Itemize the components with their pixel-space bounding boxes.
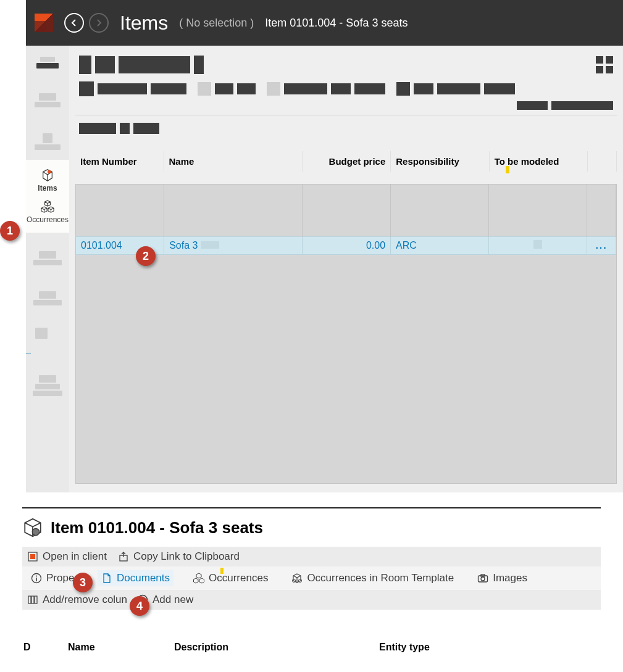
breadcrumb-noselection: ( No selection ) [179, 17, 254, 30]
callout-4: 4 [130, 596, 149, 616]
skeleton [79, 56, 91, 74]
skeleton [396, 82, 410, 96]
cube-icon [41, 168, 54, 182]
info-icon [31, 573, 42, 584]
detail-sub-actions: Add/remove colun Add new [22, 590, 601, 610]
skeleton [194, 56, 204, 74]
tab-documents[interactable]: Documents [98, 570, 174, 586]
nav-back-button[interactable] [64, 13, 84, 33]
open-in-client-button[interactable]: Open in client [27, 550, 107, 563]
detail-tabs: Proper Documents Occurrences Occurrences… [22, 566, 601, 590]
tab-label: Occurrences [209, 572, 268, 584]
sidebar-item-occurrences[interactable]: Occurrences [26, 196, 69, 228]
skeleton [151, 83, 186, 94]
svg-rect-3 [30, 554, 35, 559]
cell-actions[interactable]: ... [587, 236, 616, 254]
documents-table: D Name Description Entity type [22, 641, 438, 662]
svg-rect-14 [31, 596, 34, 604]
skeleton [39, 291, 56, 299]
cell-name[interactable]: Sofa 3 [164, 236, 303, 254]
skeleton [36, 63, 59, 68]
sidebar-item-items[interactable]: Items [26, 165, 69, 196]
tab-occurrences[interactable]: Occurrences [190, 570, 272, 586]
detail-panel: Item 0101.004 - Sofa 3 seats Open in cli… [22, 507, 601, 662]
skeleton [551, 101, 613, 110]
indicator-icon [220, 568, 224, 574]
callout-3: 3 [73, 573, 93, 592]
action-label: Open in client [43, 550, 107, 563]
cubes-icon [193, 573, 204, 584]
table-empty-area [76, 255, 616, 483]
svg-point-0 [48, 170, 51, 174]
checkbox-icon[interactable] [533, 240, 542, 249]
detail-title: Item 0101.004 - Sofa 3 seats [51, 518, 263, 537]
skeleton [237, 83, 256, 94]
skeleton [284, 83, 327, 94]
callout-2: 2 [136, 246, 156, 266]
toolbar [75, 78, 617, 100]
breadcrumb-item[interactable]: Item 0101.004 - Sofa 3 seats [265, 17, 408, 30]
col-name[interactable]: Name [164, 151, 303, 172]
col-responsibility[interactable]: Responsibility [391, 151, 489, 172]
col-name[interactable]: Name [68, 642, 173, 660]
nav-forward-button [89, 13, 109, 33]
action-label: Add/remove colun [43, 594, 127, 606]
col-entity-type[interactable]: Entity type [379, 642, 437, 660]
skeleton [517, 101, 548, 110]
skeleton [331, 83, 351, 94]
skeleton [43, 133, 52, 143]
cell-responsibility[interactable]: ARC [391, 236, 489, 254]
col-description[interactable]: Description [174, 642, 378, 660]
skeleton [119, 56, 190, 73]
sidebar-nav-group: Items Occurrences [26, 160, 69, 233]
add-remove-columns-button[interactable]: Add/remove colun [27, 594, 127, 606]
svg-point-1 [32, 528, 39, 535]
skeleton [354, 83, 385, 94]
items-table: Item Number Name Budget price Responsibi… [75, 151, 617, 172]
col-item-number[interactable]: Item Number [75, 151, 164, 172]
svg-point-11 [481, 577, 485, 581]
skeleton [33, 260, 62, 265]
tab-label: Documents [117, 572, 170, 584]
callout-1: 1 [0, 221, 20, 241]
skeleton [98, 83, 147, 94]
tab-images[interactable]: Images [474, 570, 531, 586]
room-icon [291, 573, 303, 584]
skeleton [33, 300, 62, 305]
cell-to-be-modeled[interactable] [489, 236, 587, 254]
skeleton [33, 391, 62, 396]
tab-label: Occurrences in Room Template [307, 572, 454, 584]
col-actions [587, 151, 616, 172]
skeleton [35, 144, 61, 150]
skeleton [40, 57, 55, 62]
sidebar: Items Occurrences [26, 46, 69, 492]
skeleton [437, 83, 480, 94]
tab-occurrences-room-template[interactable]: Occurrences in Room Template [288, 570, 458, 586]
col-to-be-modeled[interactable]: To be modeled [489, 151, 587, 172]
table-spacer-row [76, 185, 616, 236]
cell-budget-price[interactable]: 0.00 [303, 236, 391, 254]
skeleton [39, 93, 56, 101]
copy-link-button[interactable]: Copy Link to Clipboard [118, 550, 240, 563]
skeleton [79, 123, 116, 134]
svg-point-6 [36, 576, 37, 577]
skeleton [39, 251, 56, 259]
skeleton [198, 82, 211, 96]
apps-icon[interactable] [596, 56, 613, 73]
columns-icon [27, 594, 38, 605]
svg-rect-7 [36, 578, 37, 581]
skeleton [484, 83, 515, 94]
table-row[interactable]: 0101.004 Sofa 3 0.00 ARC ... [76, 236, 616, 254]
skeleton [133, 123, 159, 134]
detail-actions-bar: Open in client Copy Link to Clipboard [22, 547, 601, 566]
open-icon [27, 551, 38, 562]
svg-rect-13 [28, 596, 31, 604]
col-budget-price[interactable]: Budget price [303, 151, 391, 172]
skeleton [39, 375, 56, 383]
tab-label: Images [493, 572, 527, 584]
cube-icon [22, 517, 43, 538]
sidebar-item-label: Occurrences [27, 215, 69, 224]
col-d[interactable]: D [23, 642, 67, 660]
skeleton [414, 83, 433, 94]
content-area: Item Number Name Budget price Responsibi… [69, 46, 623, 492]
